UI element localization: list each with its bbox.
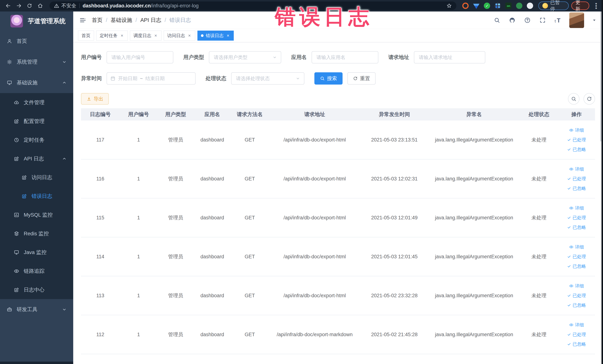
mark-processed-link[interactable]: 已处理 bbox=[567, 293, 586, 299]
tab-scheduled-tasks[interactable]: 定时任务× bbox=[96, 31, 128, 41]
chevron-up-icon bbox=[62, 80, 67, 85]
scrollbar-thumb[interactable] bbox=[600, 12, 602, 141]
browser-reload-button[interactable] bbox=[25, 2, 34, 10]
extension-icon-orange[interactable] bbox=[462, 3, 469, 9]
browser-back-button[interactable] bbox=[4, 2, 12, 10]
user-type-select[interactable]: 请选择用户类型 bbox=[209, 51, 281, 63]
user-avatar[interactable] bbox=[569, 12, 584, 28]
security-indicator[interactable]: 不安全 bbox=[54, 2, 76, 9]
sidebar-toggle-icon[interactable] bbox=[80, 17, 86, 23]
breadcrumb-home[interactable]: 首页 bbox=[92, 16, 103, 24]
bookmark-star-icon[interactable] bbox=[446, 3, 452, 9]
sidebar-item-trace[interactable]: 链路追踪 bbox=[0, 262, 73, 280]
eye-icon bbox=[569, 128, 574, 132]
sidebar-item-infrastructure[interactable]: 基础设施 bbox=[0, 72, 73, 93]
profile-paused-badge[interactable]: 已暂停 bbox=[538, 1, 568, 10]
breadcrumb-infrastructure[interactable]: 基础设施 bbox=[111, 16, 132, 24]
browser-home-button[interactable] bbox=[36, 2, 44, 10]
search-button[interactable]: 搜索 bbox=[314, 72, 343, 84]
table-row: 114 1 管理员 dashboard GET /api/infra/db-do… bbox=[81, 237, 595, 276]
browser-update-button[interactable]: 更新 bbox=[571, 1, 590, 10]
close-icon[interactable]: × bbox=[187, 33, 192, 38]
sidebar-item-dev-tools[interactable]: 研发工具 bbox=[0, 299, 73, 320]
sidebar-item-mysql-monitor[interactable]: MySQL 监控 bbox=[0, 205, 73, 224]
user-id-input[interactable] bbox=[107, 51, 173, 63]
page-scrollbar[interactable] bbox=[600, 12, 602, 364]
request-url-input[interactable] bbox=[414, 51, 485, 63]
mark-ignored-link[interactable]: 已忽略 bbox=[567, 186, 586, 191]
sidebar-item-error-log[interactable]: 错误日志 bbox=[0, 187, 73, 205]
sidebar-item-scheduled-tasks[interactable]: 定时任务 bbox=[0, 130, 73, 149]
table-toolbar: 导出 bbox=[81, 93, 595, 105]
tab-access-log[interactable]: 访问日志× bbox=[164, 31, 195, 41]
app-logo-row[interactable]: 芋道管理系统 bbox=[0, 12, 73, 31]
extension-icon-grid[interactable] bbox=[495, 3, 501, 9]
detail-link[interactable]: 详细 bbox=[569, 244, 584, 250]
fullscreen-icon[interactable] bbox=[539, 16, 546, 24]
close-icon[interactable]: × bbox=[226, 33, 230, 38]
divider bbox=[79, 3, 80, 8]
user-id-cell: 1 bbox=[120, 254, 158, 260]
avatar-caret-down-icon[interactable] bbox=[592, 18, 597, 23]
sidebar-item-config-management[interactable]: 配置管理 bbox=[0, 112, 73, 130]
close-icon[interactable]: × bbox=[153, 33, 158, 38]
mark-ignored-link[interactable]: 已忽略 bbox=[567, 302, 586, 308]
mark-ignored-link[interactable]: 已忽略 bbox=[567, 341, 586, 347]
user-id-label: 用户编号 bbox=[81, 54, 102, 61]
close-icon[interactable]: × bbox=[120, 33, 124, 38]
extension-icon-green-check[interactable]: ✓ bbox=[484, 3, 490, 9]
chart-icon bbox=[14, 212, 19, 218]
mark-processed-link[interactable]: 已处理 bbox=[567, 137, 586, 143]
breadcrumb: 首页 / 基础设施 / API 日志 / 错误日志 bbox=[92, 16, 191, 24]
check-icon bbox=[567, 216, 571, 220]
help-icon[interactable] bbox=[524, 16, 531, 24]
detail-link[interactable]: 详细 bbox=[569, 205, 584, 211]
extension-icon-puzzle[interactable] bbox=[527, 3, 533, 9]
extension-icon-on-badge[interactable]: on bbox=[505, 3, 512, 9]
toggle-search-button[interactable] bbox=[568, 93, 580, 105]
sidebar-item-redis-monitor[interactable]: Redis 监控 bbox=[0, 224, 73, 243]
monitor-icon bbox=[14, 250, 19, 255]
detail-link[interactable]: 详细 bbox=[569, 283, 584, 289]
table-row: 112 1 管理员 dashboard GET /api/infra/db-do… bbox=[81, 315, 595, 354]
sidebar-item-api-log[interactable]: API 日志 bbox=[0, 149, 73, 168]
address-bar[interactable]: 不安全 dashboard.yudao.iocoder.cn/infra/log… bbox=[49, 1, 457, 10]
sidebar-item-access-log[interactable]: 访问日志 bbox=[0, 168, 73, 187]
github-icon[interactable] bbox=[509, 16, 516, 24]
mark-processed-link[interactable]: 已处理 bbox=[567, 254, 586, 260]
sidebar-item-log-center[interactable]: 日志中心 bbox=[0, 280, 73, 299]
mark-processed-link[interactable]: 已处理 bbox=[567, 331, 586, 338]
process-status-select[interactable]: 请选择处理状态 bbox=[231, 72, 304, 84]
filter-row-1: 用户编号 用户类型 请选择用户类型 应用名 请求地址 bbox=[81, 51, 595, 63]
paused-label: 已暂停 bbox=[550, 0, 564, 12]
tab-home[interactable]: 首页 bbox=[78, 31, 94, 41]
tab-schedule-log[interactable]: 调度日志× bbox=[130, 31, 162, 41]
exception-time-range-picker[interactable]: 开始日期 ~ 结束日期 bbox=[107, 72, 196, 84]
mark-processed-link[interactable]: 已处理 bbox=[567, 215, 586, 221]
extension-icon-green-leaf[interactable] bbox=[516, 3, 522, 9]
mark-ignored-link[interactable]: 已忽略 bbox=[567, 224, 586, 230]
breadcrumb-api-log[interactable]: API 日志 bbox=[140, 16, 161, 24]
mark-ignored-link[interactable]: 已忽略 bbox=[567, 146, 586, 153]
detail-link[interactable]: 详细 bbox=[569, 322, 584, 328]
check-icon bbox=[567, 147, 571, 152]
monitor-icon bbox=[7, 80, 12, 85]
export-button[interactable]: 导出 bbox=[81, 93, 109, 105]
mark-ignored-link[interactable]: 已忽略 bbox=[567, 263, 586, 269]
sidebar-item-system-management[interactable]: 系统管理 bbox=[0, 52, 73, 72]
font-size-icon[interactable] bbox=[554, 16, 561, 24]
reset-button[interactable]: 重置 bbox=[347, 72, 376, 84]
search-icon[interactable] bbox=[493, 16, 501, 24]
tab-error-log[interactable]: 错误日志× bbox=[197, 31, 234, 41]
sidebar-item-java-monitor[interactable]: Java 监控 bbox=[0, 243, 73, 262]
sidebar-item-home[interactable]: 首页 bbox=[0, 31, 73, 52]
mark-processed-link[interactable]: 已处理 bbox=[567, 176, 586, 182]
browser-menu-icon[interactable]: ••• bbox=[593, 2, 599, 9]
detail-link[interactable]: 详细 bbox=[569, 127, 584, 133]
app-name-input[interactable] bbox=[312, 51, 378, 63]
sidebar-item-file-management[interactable]: 文件管理 bbox=[0, 93, 73, 112]
extension-icon-blue-shield[interactable] bbox=[473, 3, 479, 9]
browser-forward-button[interactable] bbox=[15, 2, 23, 10]
detail-link[interactable]: 详细 bbox=[569, 166, 584, 172]
refresh-table-button[interactable] bbox=[583, 93, 595, 105]
